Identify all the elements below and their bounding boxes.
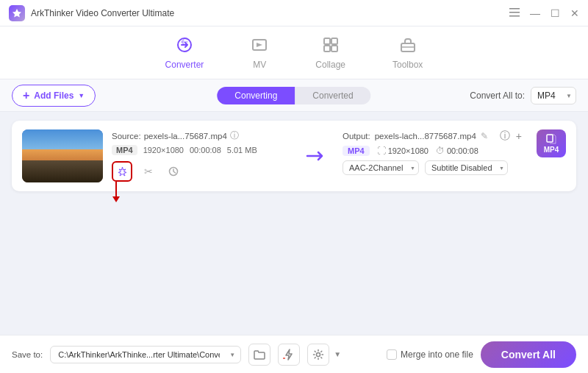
merge-checkbox-label[interactable]: Merge into one file: [387, 349, 473, 360]
app-title: ArkThinker Video Converter Ultimate: [31, 8, 509, 18]
settings-dropdown-arrow[interactable]: ▼: [334, 350, 341, 358]
file-resolution: 1920×1080: [143, 146, 184, 154]
subtitle-select-wrap: Subtitle Disabled: [425, 160, 508, 175]
merge-checkbox[interactable]: [387, 349, 397, 360]
svg-marker-0: [12, 9, 21, 18]
nav-item-converter[interactable]: Converter: [157, 32, 213, 74]
svg-rect-1: [509, 8, 520, 10]
clock-icon: ⏱: [436, 146, 445, 156]
svg-rect-13: [547, 135, 553, 142]
subtitle-select[interactable]: Subtitle Disabled: [425, 160, 508, 175]
nav-item-mv[interactable]: MV: [242, 32, 277, 74]
bottom-bar: Save to: ▼ Merge into one file Convert A…: [0, 335, 588, 373]
enhance-button[interactable]: [112, 161, 132, 182]
output-label: Output:: [343, 132, 370, 141]
save-to-label: Save to:: [12, 350, 43, 359]
window-menu-icon[interactable]: [509, 8, 520, 18]
output-section: Output: pexels-lach...8775687.mp4 ✎ ⓘ + …: [343, 129, 522, 175]
tab-converted[interactable]: Converted: [295, 87, 370, 104]
merge-label-text: Merge into one file: [401, 349, 473, 360]
output-resolution-item: ⛶ 1920×1080: [377, 146, 429, 156]
format-select-wrap: MP4 MKV AVI MOV: [531, 87, 576, 104]
convert-all-to-label: Convert All to:: [470, 90, 525, 101]
nav-mv-label: MV: [253, 60, 266, 70]
svg-rect-9: [331, 46, 337, 51]
output-format-badge: MP4: [343, 146, 370, 156]
main-content: Source: pexels-la...75687.mp4 ⓘ MP4 1920…: [0, 112, 588, 335]
title-bar: ArkThinker Video Converter Ultimate — ☐ …: [0, 0, 588, 26]
maximize-button[interactable]: ☐: [551, 8, 560, 18]
window-controls: — ☐ ✕: [509, 8, 579, 18]
output-resolution: 1920×1080: [388, 146, 429, 155]
arrow-head: [112, 196, 120, 202]
save-path-input[interactable]: [50, 346, 241, 363]
tab-converting[interactable]: Converting: [217, 87, 295, 104]
convert-all-button[interactable]: Convert All: [481, 341, 576, 368]
plus-icon: +: [23, 89, 29, 102]
tabs-group: Converting Converted: [217, 87, 370, 104]
mv-icon: [251, 36, 268, 57]
output-info-icon[interactable]: ⓘ: [500, 129, 510, 143]
file-meta: MP4 1920×1080 00:00:08 5.01 MB: [112, 145, 291, 155]
nav-collage-label: Collage: [315, 60, 345, 70]
output-duration-item: ⏱ 00:00:08: [436, 146, 478, 156]
output-add-icon[interactable]: +: [516, 130, 522, 142]
app-logo: [9, 5, 25, 21]
red-arrow: [112, 182, 120, 202]
add-files-label: Add Files: [34, 90, 74, 101]
source-filename: pexels-la...75687.mp4: [144, 132, 227, 141]
file-duration: 00:00:08: [190, 146, 221, 154]
ground-layer: [22, 160, 103, 182]
edit-output-icon[interactable]: ✎: [481, 131, 488, 141]
toolbar: + Add Files ▼ Converting Converted Conve…: [0, 79, 588, 112]
output-filename: pexels-lach...8775687.mp4: [375, 132, 476, 141]
output-header: Output: pexels-lach...8775687.mp4 ✎ ⓘ +: [343, 129, 522, 143]
file-actions: ✂: [112, 161, 291, 182]
conversion-arrow: [300, 149, 334, 163]
save-path-wrap: [50, 346, 241, 363]
add-files-button[interactable]: + Add Files ▼: [12, 85, 96, 107]
nav-bar: Converter MV Collage: [0, 26, 588, 79]
file-size: 5.01 MB: [227, 146, 257, 154]
minimize-button[interactable]: —: [530, 8, 540, 18]
output-actions-right: ⓘ +: [500, 129, 522, 143]
file-card: Source: pexels-la...75687.mp4 ⓘ MP4 1920…: [12, 121, 576, 191]
file-info: Source: pexels-la...75687.mp4 ⓘ MP4 1920…: [112, 129, 291, 182]
add-files-dropdown-arrow: ▼: [78, 92, 85, 99]
output-details: MP4 ⛶ 1920×1080 ⏱ 00:00:08: [343, 146, 522, 156]
speed-button[interactable]: [165, 163, 182, 180]
output-duration: 00:00:08: [447, 146, 478, 155]
format-select[interactable]: MP4 MKV AVI MOV: [531, 87, 576, 104]
cut-button[interactable]: ✂: [140, 163, 157, 180]
svg-rect-7: [331, 38, 337, 44]
source-label: Source:: [112, 132, 141, 141]
file-thumbnail: [22, 129, 103, 182]
converter-icon: [176, 36, 193, 57]
file-format-badge: MP4: [112, 145, 137, 155]
format-badge-text: MP4: [544, 146, 559, 154]
format-badge-container: MP4 ▶: [537, 129, 566, 157]
svg-point-15: [317, 352, 320, 356]
convert-all-group: Convert All to: MP4 MKV AVI MOV: [470, 87, 576, 104]
audio-channel-select-wrap: AAC-2Channel: [343, 160, 419, 175]
close-button[interactable]: ✕: [570, 8, 579, 18]
info-icon[interactable]: ⓘ: [230, 129, 239, 142]
svg-rect-8: [324, 46, 330, 51]
format-badge-box[interactable]: MP4: [537, 129, 566, 157]
nav-item-toolbox[interactable]: Toolbox: [384, 32, 431, 74]
svg-rect-3: [509, 15, 520, 17]
collage-icon: [322, 36, 340, 57]
output-settings: AAC-2Channel Subtitle Disabled: [343, 160, 522, 175]
file-source: Source: pexels-la...75687.mp4 ⓘ: [112, 129, 291, 142]
resolution-icon: ⛶: [377, 146, 386, 156]
nav-item-collage[interactable]: Collage: [306, 32, 354, 74]
toolbox-icon: [399, 36, 417, 57]
settings-button[interactable]: [307, 344, 329, 366]
nav-converter-label: Converter: [165, 60, 204, 70]
svg-rect-6: [324, 38, 330, 44]
audio-channel-select[interactable]: AAC-2Channel: [343, 160, 419, 175]
svg-rect-2: [509, 12, 520, 13]
open-folder-button[interactable]: [248, 344, 270, 366]
flash-settings-button[interactable]: [278, 344, 300, 366]
arrow-line: [115, 182, 117, 196]
